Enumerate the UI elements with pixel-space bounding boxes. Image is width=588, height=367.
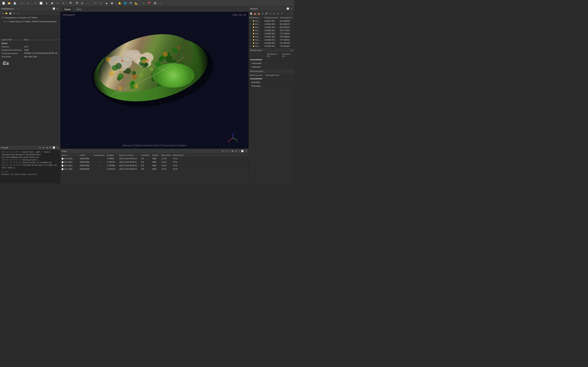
cam-row-9[interactable]: ✓ 📁 DJI_... -212956.355... 715.551687 xyxy=(249,45,294,48)
projekt-group[interactable]: ▶ ● Projekt fertig (1177 Bilder, 298,854… xyxy=(0,20,60,23)
konsole-title: Konsole xyxy=(1,147,37,149)
foto-row-1[interactable]: 📄 DJI_2022... 5280x3956 ✓ 0.78859 2022:1… xyxy=(60,157,249,160)
fotos-expand-icon[interactable]: ⬜ xyxy=(241,150,244,153)
col-blende[interactable]: Blendenzahl xyxy=(172,154,184,157)
rotate-button[interactable]: ◈ xyxy=(44,1,49,6)
zoom-in-button[interactable]: 🔍 xyxy=(69,1,73,6)
draw-button[interactable]: ✏ xyxy=(55,1,60,6)
konsole-spacer xyxy=(1,169,59,171)
cam-row-1[interactable]: ✓ 📁 DJI_... -212952.387... 811.690605 xyxy=(249,19,294,23)
ruler-button[interactable]: 📐 xyxy=(134,1,139,6)
ref-icon-9[interactable]: ✕ xyxy=(280,12,284,15)
konsole-next-icon[interactable]: ▶ xyxy=(49,146,52,149)
ref-expand-icon[interactable]: ⬜ xyxy=(286,7,289,10)
zoom-out-button[interactable]: 🔎 xyxy=(74,1,79,6)
ref-icon-1[interactable]: 📋 xyxy=(249,12,253,15)
cam-row-5[interactable]: ✓ 📁 DJI_... -212953.605... 779.158524 xyxy=(249,32,294,35)
foto-aligned-4: ✓ xyxy=(93,167,106,171)
mesh-button[interactable]: ⬠ xyxy=(98,1,103,6)
mass-th-entfernung[interactable]: Entfernung (m) xyxy=(249,74,264,77)
svg-text:Z: Z xyxy=(233,133,234,134)
flag-button[interactable]: 🚩 xyxy=(147,1,152,6)
ref-icon-5[interactable]: 🔗 xyxy=(265,12,268,15)
ref-close-icon[interactable]: ✕ xyxy=(290,7,293,10)
remove-workspace-icon[interactable]: ✕ xyxy=(17,12,20,15)
ref-icon-8[interactable]: ⚙ xyxy=(276,12,280,15)
cam-row-4[interactable]: ✓ 📁 DJI_... -212953.001... 792.772212 xyxy=(249,29,294,32)
ref-icon-4[interactable]: ⊕ xyxy=(261,12,264,15)
redo-button[interactable]: ↪ xyxy=(25,1,30,6)
ref-icon-7[interactable]: ⟳ xyxy=(272,12,276,15)
save-workspace-icon[interactable]: 💾 xyxy=(9,12,12,15)
konsole-close-icon[interactable]: ✕ xyxy=(56,146,59,149)
cam-row-3[interactable]: ✓ 📁 DJI_... -212952.595... 803.493227 xyxy=(249,26,294,29)
fotos-close-icon[interactable]: ✕ xyxy=(244,150,247,153)
undo-button[interactable]: ↩ xyxy=(20,1,25,6)
cam-row-7[interactable]: ✓ 📁 DJI_... -212955.033... 747.304242 xyxy=(249,38,294,42)
fotos-list-icon[interactable]: ≡ xyxy=(238,150,241,153)
foto-row-2[interactable]: 📄 DJI_2022... 5280x3956 ✓ 0.785754 2022:… xyxy=(60,160,249,164)
globe-button[interactable]: 🌐 xyxy=(123,1,128,6)
zoom-fit-button[interactable]: ⊕ xyxy=(80,1,85,6)
ref-icon-2[interactable]: 📥 xyxy=(253,12,257,15)
points-button[interactable]: ⬡ xyxy=(93,1,98,6)
cam-row-8[interactable]: ✓ 📁 DJI_... -212955.665... 731.384763 xyxy=(249,42,294,45)
col-name[interactable]: Name▲ xyxy=(60,154,79,157)
cam-row-6[interactable]: ✓ 📁 DJI_... -212954.356... 763.085037 xyxy=(249,35,294,38)
alert-button[interactable]: 🔔 xyxy=(117,1,122,6)
mass-th-genauigkeit[interactable]: Genauigkeit (m) xyxy=(264,74,294,77)
foto-row-4[interactable]: 📄 DJI_2022... 5280x3956 ✓ 0.783132 2022:… xyxy=(60,167,249,171)
col-qualitaet[interactable]: Qualität xyxy=(106,154,118,157)
mark-th-name[interactable] xyxy=(249,52,266,58)
konsole-prev-icon[interactable]: ◀ xyxy=(45,146,48,149)
polygon-button[interactable]: ⬟ xyxy=(50,1,55,6)
select-button[interactable]: ↖ xyxy=(33,1,38,6)
menu-button[interactable]: ≡ xyxy=(141,1,146,6)
mark-th-rechts[interactable]: Rechtswert (m) xyxy=(266,52,281,58)
ref-icon-3[interactable]: 📤 xyxy=(257,12,260,15)
delete-button[interactable]: ✕ xyxy=(61,1,66,6)
mark-th-hoch[interactable]: Hochwert (m) xyxy=(281,52,294,58)
markers-button[interactable]: ◆ xyxy=(104,1,109,6)
move-up-icon[interactable]: ⬆ xyxy=(13,12,16,15)
viewport[interactable]: Orthographic Snap: Axis, 3D Z X Y Basema… xyxy=(60,12,249,149)
col-groesse[interactable]: Größe xyxy=(79,154,93,157)
image-button[interactable]: 🖼 xyxy=(153,1,157,6)
rectangle-button[interactable]: ⬜ xyxy=(38,1,43,6)
ref-icon-6[interactable]: ✕ xyxy=(269,12,272,15)
expand-icon[interactable]: ⬜ xyxy=(52,7,55,10)
open-button[interactable]: 📂 xyxy=(7,1,12,6)
tab-ortho[interactable]: Ortho xyxy=(73,7,84,12)
cam-col-rechts[interactable]: Rechtswert (m) xyxy=(264,16,279,19)
col-hersteller[interactable]: Hersteller xyxy=(140,154,151,157)
save-button[interactable]: 💾 xyxy=(12,1,17,6)
fotos-grid-icon[interactable]: ⊞ xyxy=(234,150,237,153)
col-ausgerichtet[interactable]: Ausgerichtet xyxy=(93,154,106,157)
fotos-image-icon[interactable]: 🖼 xyxy=(231,150,234,153)
foto-row-3[interactable]: 📄 DJI_2022... 5280x3956 ✓ 0.775089 2022:… xyxy=(60,164,249,167)
col-modell[interactable]: Modell xyxy=(151,154,160,157)
cam-col-hoch[interactable]: Hochwert (m) xyxy=(279,16,294,19)
camera-button[interactable]: 📷 xyxy=(128,1,133,6)
col-brennweite[interactable]: Brennweite xyxy=(160,154,172,157)
konsole-add-icon[interactable]: ⊕ xyxy=(38,146,41,149)
cam-col-name[interactable]: Kameras ▲ xyxy=(249,16,264,19)
cam-row-2[interactable]: ✓ 📁 DJI_... -212952.388... 810.002079 xyxy=(249,23,294,26)
fotos-add-icon[interactable]: ⊕ xyxy=(221,150,224,153)
col-datum[interactable]: Datum & Uhrzeit xyxy=(118,154,140,157)
arbeitsbereich-root[interactable]: 🗄 Arbeitsbereich (1 Gruppe, 1177 Bilder) xyxy=(0,16,60,20)
open-workspace-icon[interactable]: 📂 xyxy=(5,12,8,15)
foto-size-3: 5280x3956 xyxy=(79,164,93,167)
add-workspace-icon[interactable]: ⊕ xyxy=(1,12,4,15)
export-button[interactable]: ⬛ xyxy=(158,1,163,6)
tab-modell[interactable]: Modell xyxy=(62,7,73,12)
close-panel-icon[interactable]: ✕ xyxy=(56,7,59,10)
konsole-expand-icon[interactable]: ⬜ xyxy=(52,146,55,149)
scalebars-button[interactable]: ⬟ xyxy=(110,1,114,6)
zoom-region-button[interactable]: ⋯ xyxy=(85,1,90,6)
new-button[interactable]: 📄 xyxy=(1,1,6,6)
fotos-action-icon[interactable]: ⬛ xyxy=(228,150,231,153)
konsole-clear-icon[interactable]: 🗑 xyxy=(42,146,45,149)
projekt-label: Projekt fertig (1177 Bilder, 298,854 Ver… xyxy=(9,20,57,23)
fotos-remove-icon[interactable]: ✕ xyxy=(224,150,227,153)
